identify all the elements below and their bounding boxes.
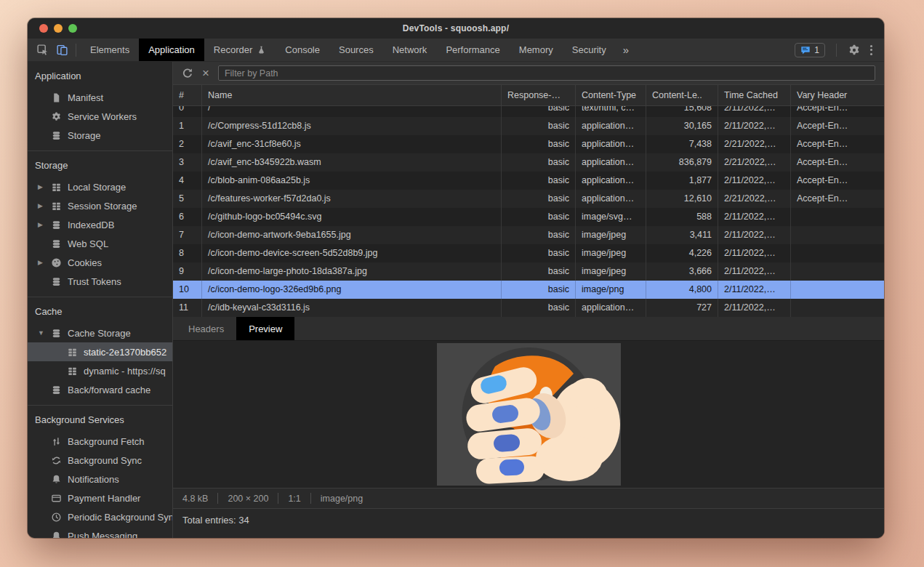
tab-label: Memory	[519, 44, 553, 55]
table-row[interactable]: 8/c/icon-demo-device-screen-5d52d8b9.jpg…	[173, 244, 884, 262]
sidebar-item-session-storage[interactable]: ▶Session Storage	[28, 196, 172, 215]
cell-content-type: image/jpeg	[576, 244, 646, 262]
chevron-right-icon[interactable]: ▶	[38, 221, 49, 228]
zoom-window-button[interactable]	[68, 24, 77, 33]
tab-application[interactable]: Application	[139, 39, 204, 61]
sidebar-section-application: ApplicationManifestService WorkersStorag…	[28, 62, 172, 150]
cell-index: 7	[173, 226, 202, 244]
sidebar-item-cookies[interactable]: ▶Cookies	[28, 253, 172, 272]
tab-network[interactable]: Network	[383, 39, 437, 61]
table-row[interactable]: 2/c/avif_enc-31cf8e60.jsbasicapplication…	[173, 135, 884, 153]
cell-vary: Accept-En…	[791, 153, 884, 172]
sidebar-item-label: Trust Tokens	[68, 276, 172, 287]
sidebar-item-background-fetch[interactable]: Background Fetch	[28, 432, 172, 451]
sidebar-item-static-2e1370bb652[interactable]: static-2e1370bb652	[28, 342, 172, 361]
cell-name: /c/avif_enc-b345922b.wasm	[202, 153, 502, 172]
sidebar-item-trust-tokens[interactable]: Trust Tokens	[28, 272, 172, 291]
tab-label: Recorder	[214, 44, 252, 55]
chevron-down-icon[interactable]: ▼	[38, 329, 49, 337]
tab-console[interactable]: Console	[276, 39, 329, 61]
table-row[interactable]: 1/c/Compress-51d12cb8.jsbasicapplication…	[173, 117, 884, 135]
sidebar-item-push-messaging[interactable]: Push Messaging	[28, 526, 172, 538]
column-header-time-cached[interactable]: Time Cached	[718, 85, 791, 105]
sidebar-item-dynamic-https-sq[interactable]: dynamic - https://sq	[28, 361, 172, 380]
device-toolbar-icon[interactable]	[56, 44, 68, 56]
sidebar-item-local-storage[interactable]: ▶Local Storage	[28, 177, 172, 196]
column-header-content-le[interactable]: Content-Le..	[646, 85, 718, 105]
total-entries-label: Total entries: 34	[182, 515, 249, 526]
settings-gear-icon[interactable]	[848, 44, 861, 57]
table-row[interactable]: 4/c/blob-anim-086aa25b.jsbasicapplicatio…	[173, 172, 884, 190]
tab-preview[interactable]: Preview	[236, 317, 294, 340]
chevron-right-icon[interactable]: ▶	[38, 259, 49, 266]
sidebar-item-indexeddb[interactable]: ▶IndexedDB	[28, 215, 172, 234]
refresh-icon[interactable]	[182, 68, 193, 79]
tab-recorder[interactable]: Recorder	[204, 39, 276, 61]
column-header-[interactable]: #	[173, 85, 202, 105]
sidebar-item-payment-handler[interactable]: Payment Handler	[28, 488, 172, 507]
tab-elements[interactable]: Elements	[81, 39, 139, 61]
clear-icon[interactable]: ×	[202, 67, 209, 79]
sidebar-section-cache: Cache▼Cache Storagestatic-2e1370bb652dyn…	[28, 297, 172, 405]
minimize-window-button[interactable]	[54, 24, 63, 33]
more-tabs-button[interactable]: »	[616, 44, 636, 56]
table-row[interactable]: 5/c/features-worker-f57d2da0.jsbasicappl…	[173, 190, 884, 208]
chevron-right-icon[interactable]: ▶	[38, 202, 49, 209]
sidebar-item-periodic-background-sync[interactable]: Periodic Background Sync	[28, 507, 172, 526]
table-row[interactable]: 6/c/github-logo-bc05494c.svgbasicimage/s…	[173, 208, 884, 226]
cell-time-cached: 2/11/2022,…	[718, 244, 791, 262]
cell-response-type: basic	[502, 172, 576, 190]
sidebar-item-label: dynamic - https://sq	[84, 366, 172, 377]
database-icon	[49, 220, 63, 230]
cell-index: 6	[173, 208, 202, 226]
table-row[interactable]: 7/c/icon-demo-artwork-9eba1655.jpgbasici…	[173, 226, 884, 244]
console-messages-badge[interactable]: 1	[795, 43, 825, 57]
tab-label: Sources	[339, 44, 374, 55]
console-badge-count: 1	[814, 45, 819, 55]
document-icon	[49, 92, 63, 103]
cell-index: 9	[173, 262, 202, 281]
sidebar-item-service-workers[interactable]: Service Workers	[28, 107, 172, 126]
toolbar-divider	[76, 44, 76, 57]
inspect-element-icon[interactable]	[36, 44, 49, 56]
cell-name: /c/idb-keyval-c33d3116.js	[202, 299, 502, 317]
tab-performance[interactable]: Performance	[436, 39, 509, 61]
flask-icon	[257, 45, 266, 55]
column-header-vary-header[interactable]: Vary Header	[791, 85, 884, 105]
sidebar-item-label: Background Fetch	[68, 436, 172, 447]
cache-entries-table: 0/basictext/html, c…15,6082/11/2022,…Acc…	[173, 106, 884, 317]
sidebar-item-cache-storage[interactable]: ▼Cache Storage	[28, 323, 172, 342]
tab-security[interactable]: Security	[563, 39, 616, 61]
table-row[interactable]: 3/c/avif_enc-b345922b.wasmbasicapplicati…	[173, 153, 884, 172]
sidebar-item-label: Payment Handler	[68, 493, 172, 504]
sidebar-item-web-sql[interactable]: Web SQL	[28, 234, 172, 253]
database-icon	[49, 385, 63, 395]
cache-panel: × #NameResponse-…Content-TypeContent-Le.…	[173, 62, 884, 538]
tab-sources[interactable]: Sources	[329, 39, 383, 61]
close-window-button[interactable]	[39, 24, 48, 33]
tab-memory[interactable]: Memory	[510, 39, 563, 61]
column-header-name[interactable]: Name	[202, 85, 502, 105]
sidebar-item-label: Cookies	[68, 257, 172, 268]
preview-image	[437, 343, 621, 486]
tab-label: Elements	[90, 44, 129, 55]
filter-by-path-input[interactable]	[218, 65, 875, 81]
preview-pane	[173, 341, 884, 488]
sidebar-item-back-forward-cache[interactable]: Back/forward cache	[28, 380, 172, 399]
table-row[interactable]: 0/basictext/html, c…15,6082/11/2022,…Acc…	[173, 106, 884, 117]
cell-name: /c/Compress-51d12cb8.js	[202, 117, 502, 135]
column-header-response[interactable]: Response-…	[502, 85, 576, 105]
customize-menu-icon[interactable]	[867, 45, 875, 55]
sidebar-item-notifications[interactable]: Notifications	[28, 470, 172, 488]
table-row[interactable]: 9/c/icon-demo-large-photo-18da387a.jpgba…	[173, 262, 884, 281]
table-icon	[49, 182, 63, 193]
sidebar-item-background-sync[interactable]: Background Sync	[28, 451, 172, 470]
cell-name: /c/icon-demo-large-photo-18da387a.jpg	[202, 262, 502, 281]
column-header-content-type[interactable]: Content-Type	[576, 85, 646, 105]
chevron-right-icon[interactable]: ▶	[38, 183, 49, 190]
table-row[interactable]: 11/c/idb-keyval-c33d3116.jsbasicapplicat…	[173, 299, 884, 317]
tab-headers[interactable]: Headers	[176, 317, 236, 340]
sidebar-item-storage[interactable]: Storage	[28, 126, 172, 145]
table-row[interactable]: 10/c/icon-demo-logo-326ed9b6.pngbasicima…	[173, 281, 884, 299]
sidebar-item-manifest[interactable]: Manifest	[28, 88, 172, 107]
